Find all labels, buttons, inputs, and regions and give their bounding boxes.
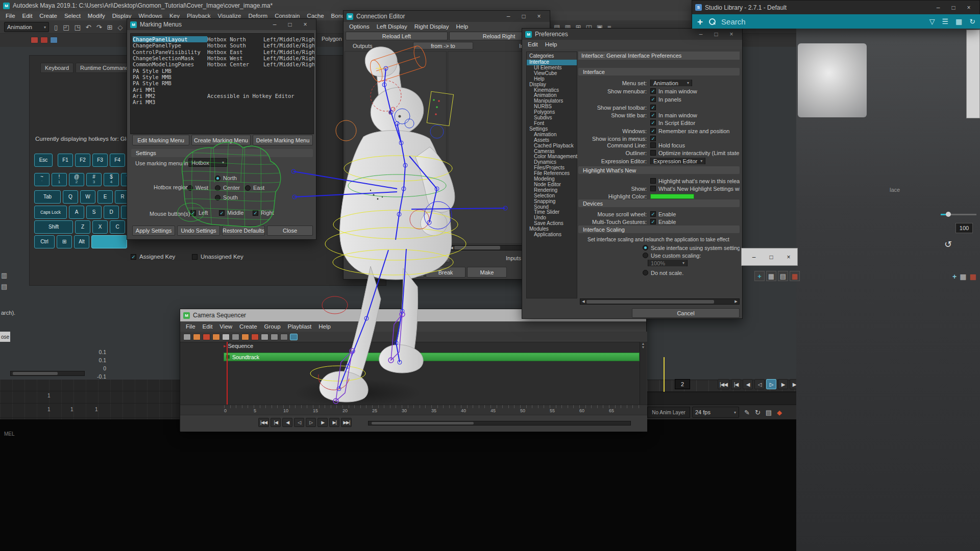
- checkbox-icon[interactable]: [650, 88, 656, 94]
- keyboard-key[interactable]: Tab: [34, 190, 61, 204]
- category-item[interactable]: Applications: [527, 232, 577, 238]
- sequence-track-row[interactable]: ▸ Sequence: [224, 343, 253, 349]
- sequencer-tool-icon[interactable]: [212, 334, 220, 340]
- category-item[interactable]: Help: [527, 77, 577, 82]
- seq-step-back-button[interactable]: ◀: [282, 418, 292, 427]
- sequencer-playhead[interactable]: [227, 342, 228, 415]
- seq-next-key-button[interactable]: ▶|: [329, 418, 339, 427]
- keyboard-key[interactable]: E: [97, 190, 113, 204]
- keyboard-key[interactable]: [91, 235, 127, 248]
- marking-menu-name[interactable]: PA_Style_MMB: [133, 74, 207, 80]
- scroll-up-icon[interactable]: ▲: [642, 342, 645, 345]
- seq-step-forward-button[interactable]: ▶: [317, 418, 328, 427]
- radio-icon[interactable]: [643, 253, 648, 258]
- layout-icon[interactable]: ▤: [778, 271, 788, 281]
- close-icon[interactable]: ×: [531, 11, 547, 22]
- redo-icon[interactable]: ↷: [96, 23, 102, 31]
- seq-go-start-button[interactable]: |◀◀: [258, 418, 269, 427]
- menu-item[interactable]: Options: [346, 23, 373, 30]
- seq-go-end-button[interactable]: ▶▶|: [341, 418, 352, 427]
- marking-menu-name[interactable]: PA_Style_RMB: [133, 80, 207, 86]
- reset-view-icon[interactable]: ↺: [944, 239, 952, 250]
- menu-item[interactable]: Help: [452, 23, 472, 30]
- category-item[interactable]: Display: [527, 82, 577, 88]
- marking-menu-name[interactable]: PA_Style_LMB: [133, 68, 207, 74]
- category-item[interactable]: Snapping: [527, 199, 577, 205]
- menu-item[interactable]: Edit: [19, 13, 36, 19]
- add-item-icon[interactable]: +: [697, 17, 703, 27]
- checkbox-icon[interactable]: [650, 112, 656, 118]
- layer-icon[interactable]: ▤: [766, 409, 772, 416]
- step-forward-button[interactable]: ▶: [778, 379, 788, 389]
- playhead-line[interactable]: [664, 357, 665, 392]
- cancel-button[interactable]: Cancel: [632, 308, 740, 318]
- sequencer-tool-icon[interactable]: [251, 334, 259, 340]
- shelf-icon[interactable]: [50, 37, 58, 43]
- marking-menu-name[interactable]: Ari_MM3: [133, 99, 207, 105]
- checkbox-icon[interactable]: [650, 136, 656, 141]
- menu-item[interactable]: Modify: [84, 13, 109, 19]
- seq-play-back-button[interactable]: ◁: [294, 418, 304, 427]
- checkbox-icon[interactable]: [650, 219, 656, 224]
- maximize-icon[interactable]: □: [282, 19, 298, 30]
- close-icon[interactable]: ×: [780, 252, 797, 263]
- sequencer-tool-icon[interactable]: [232, 334, 239, 340]
- panel-toggle2-icon[interactable]: ▤: [1, 283, 7, 290]
- close-icon[interactable]: ×: [298, 19, 313, 30]
- grid-view-icon[interactable]: ▦: [955, 17, 962, 26]
- keyboard-key[interactable]: Ctrl: [34, 235, 55, 248]
- search-input[interactable]: Search: [721, 17, 746, 26]
- keyboard-key[interactable]: ~`: [34, 173, 50, 186]
- move-tool-icon[interactable]: +: [754, 271, 765, 281]
- checkbox-icon[interactable]: [650, 142, 656, 148]
- maximize-icon[interactable]: □: [763, 252, 780, 263]
- menu-item[interactable]: Right Display: [411, 23, 453, 30]
- highlight-color-swatch[interactable]: [650, 194, 694, 199]
- new-scene-icon[interactable]: ▯: [54, 23, 58, 31]
- checkbox-icon[interactable]: [650, 96, 656, 102]
- keyboard-key[interactable]: Shift: [34, 220, 73, 234]
- checkbox-icon[interactable]: [650, 150, 656, 156]
- sequencer-tool-icon[interactable]: [193, 334, 201, 340]
- mel-label[interactable]: MEL: [4, 431, 15, 437]
- fps-dropdown[interactable]: 24 fps▾: [692, 407, 739, 418]
- keyboard-key[interactable]: D: [104, 206, 119, 219]
- anim-layer-field[interactable]: No Anim Layer: [647, 407, 690, 418]
- keyboard-key[interactable]: S: [86, 206, 102, 219]
- marking-menu-name[interactable]: Ari_MM1: [133, 87, 207, 93]
- menu-set-dropdown[interactable]: Animation▾: [650, 80, 692, 86]
- preferences-title-bar[interactable]: M Preferences – □ ×: [522, 29, 742, 40]
- minimize-icon[interactable]: –: [501, 11, 516, 22]
- sequencer-tool-icon[interactable]: [203, 334, 210, 340]
- move-icon[interactable]: +: [952, 272, 957, 281]
- prev-key-button[interactable]: |◀: [731, 379, 741, 389]
- keyboard-key[interactable]: C: [110, 220, 125, 234]
- snap-curve-icon[interactable]: ◇: [117, 23, 122, 31]
- marking-menu-name[interactable]: CommonModelingPanes: [133, 61, 207, 67]
- devices-section-header[interactable]: Devices: [578, 199, 740, 207]
- menu-item[interactable]: Create: [36, 13, 61, 19]
- scroll-down-icon[interactable]: ▼: [642, 345, 645, 349]
- checkbox-icon[interactable]: [650, 211, 656, 217]
- sequencer-tool-icon[interactable]: [271, 334, 278, 340]
- expression-editor-dropdown[interactable]: Expression Editor▾: [650, 158, 705, 164]
- minimize-icon[interactable]: –: [267, 19, 282, 30]
- keyboard-key[interactable]: #3: [86, 173, 102, 186]
- loop-icon[interactable]: ↻: [755, 409, 761, 416]
- sliders-icon[interactable]: ☰: [942, 17, 948, 26]
- radio-icon[interactable]: [643, 245, 648, 251]
- menu-item[interactable]: File: [2, 13, 19, 19]
- minimize-icon[interactable]: –: [693, 29, 708, 40]
- interface-section-header[interactable]: Interface: [578, 68, 740, 76]
- keyboard-key[interactable]: X: [92, 220, 108, 234]
- keyboard-key[interactable]: F2: [75, 154, 90, 167]
- menu-set-dropdown[interactable]: Animation▾: [4, 22, 49, 32]
- menu-item[interactable]: Select: [61, 13, 84, 19]
- grid3-red-icon[interactable]: ▦: [969, 272, 976, 281]
- maximize-icon[interactable]: □: [708, 29, 724, 40]
- menu-item[interactable]: Create: [236, 323, 261, 330]
- checkbox-icon[interactable]: [650, 186, 656, 191]
- checkbox-icon[interactable]: [650, 178, 656, 184]
- sequencer-tool-icon[interactable]: [183, 334, 191, 340]
- keyboard-key[interactable]: F1: [58, 154, 73, 167]
